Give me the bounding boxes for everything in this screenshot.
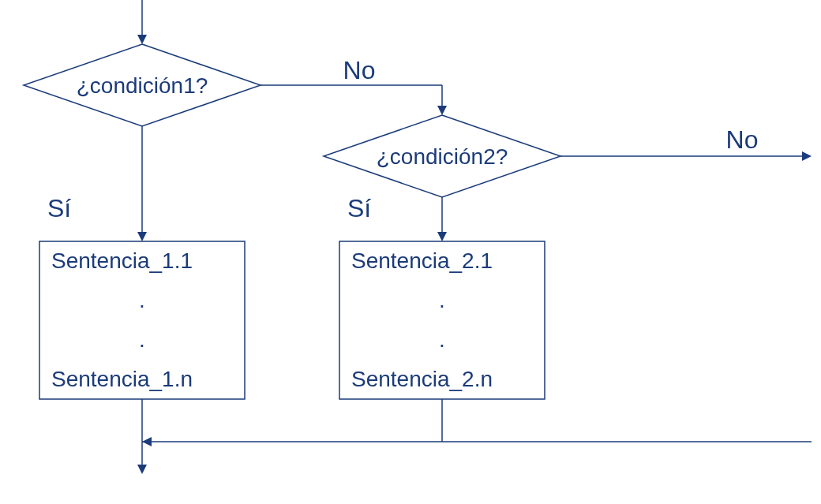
process1-line4: Sentencia_1.n <box>51 367 193 391</box>
edge-d1-yes: Sí <box>47 126 147 241</box>
decision1-no-label: No <box>343 56 376 84</box>
svg-marker-7 <box>137 232 147 241</box>
edge-start-to-d1 <box>137 0 147 44</box>
flowchart-diagram: ¿condición1? No Sí ¿condición2? No Sí Se… <box>0 0 821 504</box>
svg-marker-1 <box>137 35 147 44</box>
svg-marker-18 <box>142 437 152 446</box>
decision2-no-label: No <box>726 125 759 154</box>
edge-merge-exit <box>137 399 812 474</box>
svg-marker-10 <box>802 151 812 161</box>
process2-line4: Sentencia_2.n <box>351 367 493 391</box>
process1-line1: Sentencia_1.1 <box>51 248 193 273</box>
edge-d2-yes: Sí <box>347 194 447 241</box>
process1-node: Sentencia_1.1 . . Sentencia_1.n <box>39 241 245 399</box>
edge-d2-no: No <box>560 125 812 161</box>
decision2-yes-label: Sí <box>347 194 371 222</box>
process2-line3: . <box>439 327 445 352</box>
svg-marker-12 <box>437 232 447 241</box>
decision1-label: ¿condición1? <box>77 73 208 98</box>
decision2-node: ¿condición2? <box>324 115 560 197</box>
svg-marker-19 <box>137 465 147 474</box>
decision1-yes-label: Sí <box>47 194 71 222</box>
decision2-label: ¿condición2? <box>377 144 508 169</box>
process2-line2: . <box>439 288 445 312</box>
svg-marker-5 <box>437 106 447 115</box>
decision1-node: ¿condición1? <box>24 44 261 126</box>
process1-line3: . <box>139 327 145 352</box>
process1-line2: . <box>139 288 145 312</box>
edge-d1-no: No <box>261 56 447 115</box>
process2-line1: Sentencia_2.1 <box>351 248 493 273</box>
process2-node: Sentencia_2.1 . . Sentencia_2.n <box>339 241 545 399</box>
